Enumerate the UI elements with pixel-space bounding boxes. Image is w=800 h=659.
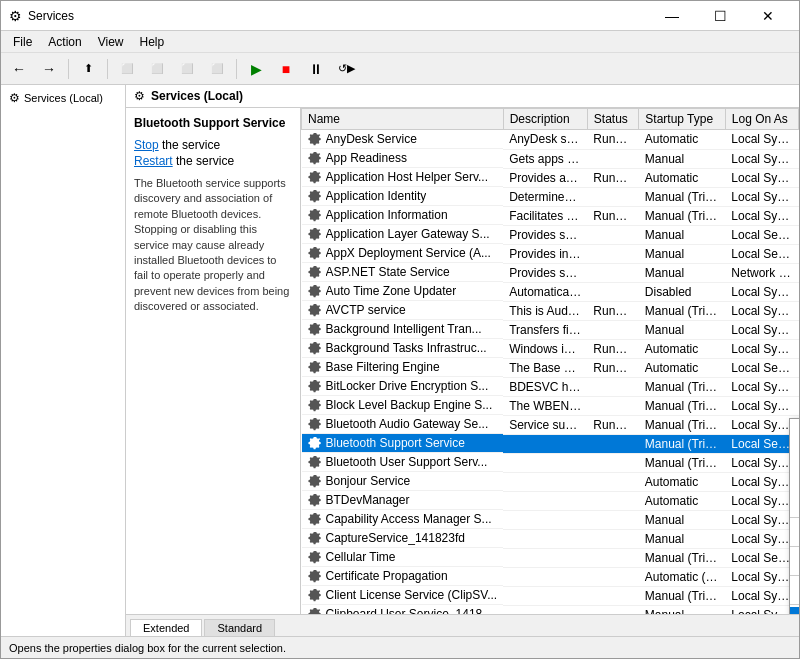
toolbar-show-hide[interactable]: ⬜: [113, 56, 141, 82]
service-icon: [308, 493, 322, 507]
service-startup: Automatic: [639, 339, 726, 358]
service-name: Capability Access Manager S...: [326, 512, 492, 526]
toolbar-up[interactable]: ⬆: [74, 56, 102, 82]
ctx-restart[interactable]: Restart: [790, 520, 799, 544]
toolbar-btn2[interactable]: ⬜: [143, 56, 171, 82]
table-row[interactable]: Bonjour ServiceAutomaticLocal Syste...: [302, 472, 799, 491]
menu-view[interactable]: View: [90, 33, 132, 51]
table-row[interactable]: Background Tasks Infrastruc...Windows in…: [302, 339, 799, 358]
service-icon: [308, 531, 322, 545]
service-startup: Manual: [639, 225, 726, 244]
col-description[interactable]: Description: [503, 109, 587, 130]
service-status: Running: [587, 130, 639, 150]
toolbar-btn3[interactable]: ⬜: [173, 56, 201, 82]
service-logon: Local Syste...: [725, 187, 798, 206]
tab-extended[interactable]: Extended: [130, 619, 202, 636]
service-table-body: AnyDesk ServiceAnyDesk su...RunningAutom…: [302, 130, 799, 615]
toolbar-back[interactable]: ←: [5, 56, 33, 82]
detail-panel: Bluetooth Support Service Stop the servi…: [126, 108, 301, 614]
service-desc: The Base Filt...: [503, 358, 587, 377]
table-row[interactable]: App ReadinessGets apps re...ManualLocal …: [302, 149, 799, 168]
table-row[interactable]: Block Level Backup Engine S...The WBENGL…: [302, 396, 799, 415]
table-row[interactable]: BTDevManagerAutomaticLocal Syste...: [302, 491, 799, 510]
service-startup: Manual: [639, 244, 726, 263]
toolbar-stop[interactable]: ■: [272, 56, 300, 82]
toolbar-pause[interactable]: ⏸: [302, 56, 330, 82]
nav-services-local[interactable]: ⚙ Services (Local): [5, 89, 121, 107]
table-row[interactable]: Application Layer Gateway S...Provides s…: [302, 225, 799, 244]
tab-standard[interactable]: Standard: [204, 619, 275, 636]
close-button[interactable]: ✕: [745, 1, 791, 31]
table-row[interactable]: Application Host Helper Serv...Provides …: [302, 168, 799, 187]
service-startup: Automatic (Tri...: [639, 567, 726, 586]
service-icon: [308, 379, 322, 393]
ctx-properties[interactable]: Properties: [790, 607, 799, 614]
service-logon: Local Servic...: [725, 548, 798, 567]
table-row[interactable]: Clipboard User Service_1418...ManualLoca…: [302, 605, 799, 614]
service-list-container[interactable]: Name Description Status Startup Type Log…: [301, 108, 799, 614]
service-status: [587, 263, 639, 282]
table-row[interactable]: Auto Time Zone UpdaterAutomaticall...Dis…: [302, 282, 799, 301]
service-startup: Manual: [639, 529, 726, 548]
service-icon: [308, 474, 322, 488]
col-startup[interactable]: Startup Type: [639, 109, 726, 130]
col-status[interactable]: Status: [587, 109, 639, 130]
toolbar-restart[interactable]: ↺▶: [332, 56, 360, 82]
service-status: [587, 377, 639, 396]
table-row[interactable]: Bluetooth Audio Gateway Se...Service sup…: [302, 415, 799, 434]
col-logon[interactable]: Log On As: [725, 109, 798, 130]
tabs-bar: Extended Standard: [126, 614, 799, 636]
service-startup: Manual (Trigg...: [639, 187, 726, 206]
stop-service-link[interactable]: Stop: [134, 138, 159, 152]
table-row[interactable]: Background Intelligent Tran...Transfers …: [302, 320, 799, 339]
col-name[interactable]: Name: [302, 109, 504, 130]
table-row[interactable]: AVCTP serviceThis is Audio...RunningManu…: [302, 301, 799, 320]
service-desc: [503, 605, 587, 614]
service-desc: [503, 529, 587, 548]
toolbar-play[interactable]: ▶: [242, 56, 270, 82]
service-icon: [308, 132, 322, 146]
table-row[interactable]: Base Filtering EngineThe Base Filt...Run…: [302, 358, 799, 377]
table-row[interactable]: BitLocker Drive Encryption S...BDESVC ho…: [302, 377, 799, 396]
table-row[interactable]: Certificate PropagationAutomatic (Tri...…: [302, 567, 799, 586]
context-menu: Start Stop Pause Resume Restart All Task…: [789, 418, 799, 614]
menu-help[interactable]: Help: [132, 33, 173, 51]
table-row[interactable]: Capability Access Manager S...ManualLoca…: [302, 510, 799, 529]
table-row[interactable]: Application InformationFacilitates th...…: [302, 206, 799, 225]
ctx-resume[interactable]: Resume: [790, 491, 799, 515]
table-row[interactable]: AnyDesk ServiceAnyDesk su...RunningAutom…: [302, 130, 799, 150]
service-icon: [308, 398, 322, 412]
toolbar-forward[interactable]: →: [35, 56, 63, 82]
table-row[interactable]: Cellular TimeManual (Trigg...Local Servi…: [302, 548, 799, 567]
nav-tree: ⚙ Services (Local): [1, 85, 125, 111]
service-desc: Provides infr...: [503, 244, 587, 263]
table-row[interactable]: Application IdentityDetermines ...Manual…: [302, 187, 799, 206]
minimize-button[interactable]: —: [649, 1, 695, 31]
service-desc: [503, 453, 587, 472]
table-row[interactable]: Bluetooth User Support Serv...Manual (Tr…: [302, 453, 799, 472]
maximize-button[interactable]: ☐: [697, 1, 743, 31]
ctx-stop[interactable]: Stop: [790, 443, 799, 467]
table-row[interactable]: ASP.NET State ServiceProvides sup...Manu…: [302, 263, 799, 282]
ctx-all-tasks[interactable]: All Tasks: [790, 549, 799, 573]
service-desc: AnyDesk su...: [503, 130, 587, 150]
toolbar-btn4[interactable]: ⬜: [203, 56, 231, 82]
table-row[interactable]: Bluetooth Support ServiceManual (Trigg..…: [302, 434, 799, 453]
ctx-start[interactable]: Start: [790, 419, 799, 443]
restart-service-link[interactable]: Restart: [134, 154, 173, 168]
ctx-pause[interactable]: Pause: [790, 467, 799, 491]
service-status: Running: [587, 301, 639, 320]
table-row[interactable]: AppX Deployment Service (A...Provides in…: [302, 244, 799, 263]
service-desc: BDESVC hos...: [503, 377, 587, 396]
title-bar-left: ⚙ Services: [9, 8, 74, 24]
menu-action[interactable]: Action: [40, 33, 89, 51]
main-window: ⚙ Services — ☐ ✕ File Action View Help ←…: [0, 0, 800, 659]
table-row[interactable]: Client License Service (ClipSV...Manual …: [302, 586, 799, 605]
service-logon: Local Servic...: [725, 434, 798, 453]
ctx-refresh[interactable]: Refresh: [790, 578, 799, 602]
menu-file[interactable]: File: [5, 33, 40, 51]
table-row[interactable]: CaptureService_141823fdManualLocal Syste…: [302, 529, 799, 548]
service-name: Base Filtering Engine: [326, 360, 440, 374]
service-status: Running: [587, 358, 639, 377]
service-status: [587, 225, 639, 244]
